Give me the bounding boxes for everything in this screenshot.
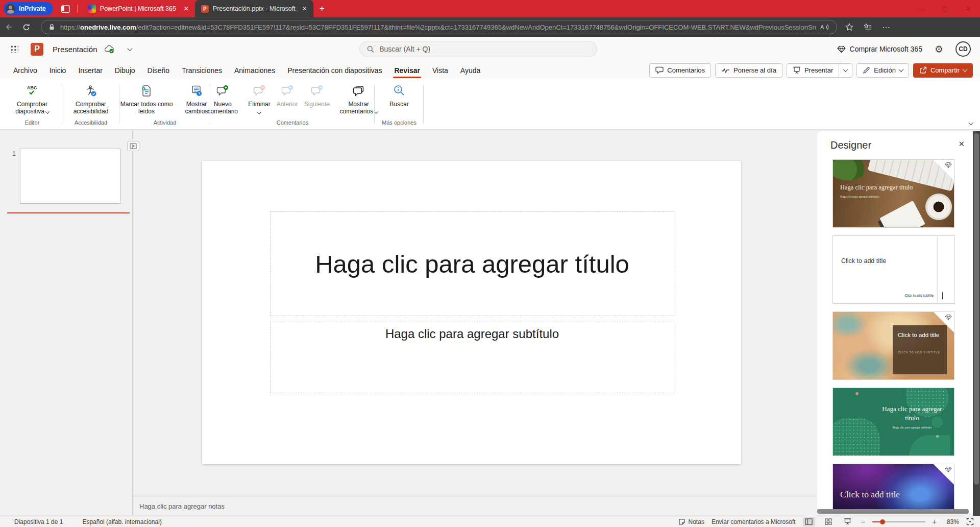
language-status[interactable]: Español (alfab. internacional) xyxy=(82,518,161,525)
ribbon-tab-insertar[interactable]: Insertar xyxy=(72,61,108,79)
fit-to-window-icon[interactable] xyxy=(966,518,974,525)
collapse-ribbon-icon[interactable] xyxy=(969,120,974,125)
zoom-percentage[interactable]: 83% xyxy=(944,518,959,525)
normal-view-button[interactable] xyxy=(803,517,815,526)
check-accessibility-button[interactable]: Comprobar accesibilidad xyxy=(65,84,117,116)
new-tab-button[interactable]: + xyxy=(320,4,325,14)
leaf-shape xyxy=(909,435,950,456)
browser-tab-presentation[interactable]: P Presentación.pptx - Microsoft Pow ✕ xyxy=(195,0,313,17)
slide-count-status[interactable]: Diapositiva 1 de 1 xyxy=(14,518,63,525)
delete-comment-button[interactable]: Eliminar xyxy=(246,84,273,115)
accessibility-icon xyxy=(85,85,97,97)
back-icon[interactable] xyxy=(0,22,17,32)
premium-diamond-icon xyxy=(945,314,952,321)
notepad-photo xyxy=(879,201,925,228)
header-right: Comprar Microsoft 365 ⚙ CD xyxy=(837,41,980,57)
minimize-button[interactable]: — xyxy=(910,0,933,17)
design-suggestion-4[interactable]: Haga clic para agregar título Haga clic … xyxy=(832,388,954,456)
document-read-icon xyxy=(140,85,153,97)
ribbon-tab-transiciones[interactable]: Transiciones xyxy=(176,61,228,79)
comments-button[interactable]: Comentarios xyxy=(649,63,711,78)
design-suggestion-5[interactable]: Click to add title xyxy=(832,464,954,513)
browser-address-bar: https://onedrive.live.com/edit?action=ed… xyxy=(0,17,980,37)
check-slide-button[interactable]: ABC Comprobar diapositiva xyxy=(8,84,56,116)
cloud-saved-icon[interactable] xyxy=(104,45,115,54)
zoom-in-button[interactable]: + xyxy=(933,518,937,526)
ribbon-tab-archivo[interactable]: Archivo xyxy=(7,61,43,79)
previous-comment-button[interactable]: Anterior xyxy=(274,84,301,109)
settings-gear-icon[interactable]: ⚙ xyxy=(935,44,943,54)
comments-label: Comentarios xyxy=(667,66,705,74)
refresh-icon[interactable] xyxy=(17,23,35,32)
coffee-cup-photo xyxy=(925,194,952,220)
maximize-button[interactable]: ▢ xyxy=(933,0,957,17)
slide-thumbnail-1[interactable] xyxy=(20,149,120,204)
browser-menu-icon[interactable]: ⋯ xyxy=(882,22,890,32)
favorite-star-icon[interactable] xyxy=(845,23,853,31)
next-comment-button[interactable]: Siguiente xyxy=(302,84,332,109)
show-comments-icon xyxy=(352,85,365,97)
search-input[interactable] xyxy=(379,45,590,53)
designer-close-icon[interactable]: ✕ xyxy=(958,139,965,149)
url-field[interactable]: https://onedrive.live.com/edit?action=ed… xyxy=(41,20,837,34)
zoom-out-button[interactable]: − xyxy=(861,518,865,526)
workspaces-icon[interactable] xyxy=(61,5,70,13)
buy-microsoft365-button[interactable]: Comprar Microsoft 365 xyxy=(837,45,922,53)
present-dropdown[interactable] xyxy=(839,64,852,77)
browser-tab-powerpoint-home[interactable]: PowerPoint | Microsoft 365 ✕ xyxy=(82,0,195,17)
plant-photo xyxy=(832,159,868,180)
app-launcher-icon[interactable] xyxy=(10,45,18,53)
ribbon-tab-vista[interactable]: Vista xyxy=(426,61,454,79)
slide-subtitle-placeholder[interactable]: Haga clic para agregar subtítulo xyxy=(270,322,674,393)
close-button[interactable]: ✕ xyxy=(957,0,980,17)
ribbon-tab-animaciones[interactable]: Animaciones xyxy=(228,61,281,79)
design-suggestion-3[interactable]: Click to add title CLICK TO ADD SUBTITLE xyxy=(832,312,954,380)
inprivate-badge[interactable]: InPrivate xyxy=(4,2,53,15)
designer-horizontal-scrollbar[interactable] xyxy=(817,509,969,514)
ribbon-tab-dibujo[interactable]: Dibujo xyxy=(109,61,141,79)
document-title[interactable]: Presentación xyxy=(53,45,97,54)
search-box[interactable] xyxy=(359,41,597,57)
slide-title-placeholder[interactable]: Haga clic para agregar título xyxy=(270,211,674,316)
tab-close-icon[interactable]: ✕ xyxy=(301,5,308,12)
ribbon-tab-inicio[interactable]: Inicio xyxy=(43,61,72,79)
pencil-icon xyxy=(863,66,870,74)
ribbon-tab-diseno[interactable]: Diseño xyxy=(141,61,176,79)
share-dropdown-icon xyxy=(963,67,968,72)
page-scrollbar[interactable] xyxy=(973,131,980,516)
divider-line xyxy=(937,236,938,303)
present-button[interactable]: Presentar xyxy=(787,64,839,77)
ribbon-tab-ayuda[interactable]: Ayuda xyxy=(454,61,486,79)
slideshow-icon xyxy=(844,518,851,525)
zoom-slider[interactable] xyxy=(872,519,925,525)
title-dropdown-icon[interactable] xyxy=(127,46,132,51)
group-label-accessibility: Accesibilidad xyxy=(75,118,107,129)
tab-title: PowerPoint | Microsoft 365 xyxy=(100,5,179,12)
ribbon-tab-presentacion[interactable]: Presentación con diapositivas xyxy=(281,61,388,79)
slide-canvas[interactable]: Haga clic para agregar título Haga clic … xyxy=(202,161,741,464)
account-avatar[interactable]: CD xyxy=(955,41,971,57)
tab-divider xyxy=(77,5,78,13)
ribbon-tab-revisar[interactable]: Revisar xyxy=(388,61,426,79)
new-comment-button[interactable]: Nuevo comentario xyxy=(201,84,244,116)
design-subtitle: CLICK TO ADD SUBTITLE xyxy=(898,351,942,354)
design-suggestion-1[interactable]: Haga clic para agregar título Haga clic … xyxy=(832,159,954,228)
collapse-pane-button[interactable] xyxy=(127,141,139,151)
tab-close-icon[interactable]: ✕ xyxy=(183,5,190,12)
slide-sorter-view-button[interactable] xyxy=(822,517,835,526)
share-button[interactable]: Compartir xyxy=(913,63,973,78)
notes-area[interactable]: Haga clic para agregar notas xyxy=(133,496,817,516)
read-aloud-icon[interactable]: A xyxy=(820,23,829,31)
catch-up-button[interactable]: Ponerse al día xyxy=(715,63,782,78)
slideshow-view-button[interactable] xyxy=(842,517,854,526)
design-suggestion-2[interactable]: Click to add title Click to add subtitle xyxy=(832,235,954,304)
mark-all-read-button[interactable]: Marcar todos como leídos xyxy=(115,84,178,116)
powerpoint-logo[interactable]: P xyxy=(31,43,43,56)
favorites-bar-icon[interactable] xyxy=(864,23,872,31)
ribbon-search-button[interactable]: Buscar xyxy=(387,84,411,109)
editing-mode-button[interactable]: Edición xyxy=(856,63,909,78)
feedback-link[interactable]: Enviar comentarios a Microsoft xyxy=(712,518,796,525)
scrollbar-thumb[interactable] xyxy=(974,133,979,485)
notes-toggle[interactable]: Notas xyxy=(678,518,704,525)
zoom-slider-knob[interactable] xyxy=(880,519,885,524)
